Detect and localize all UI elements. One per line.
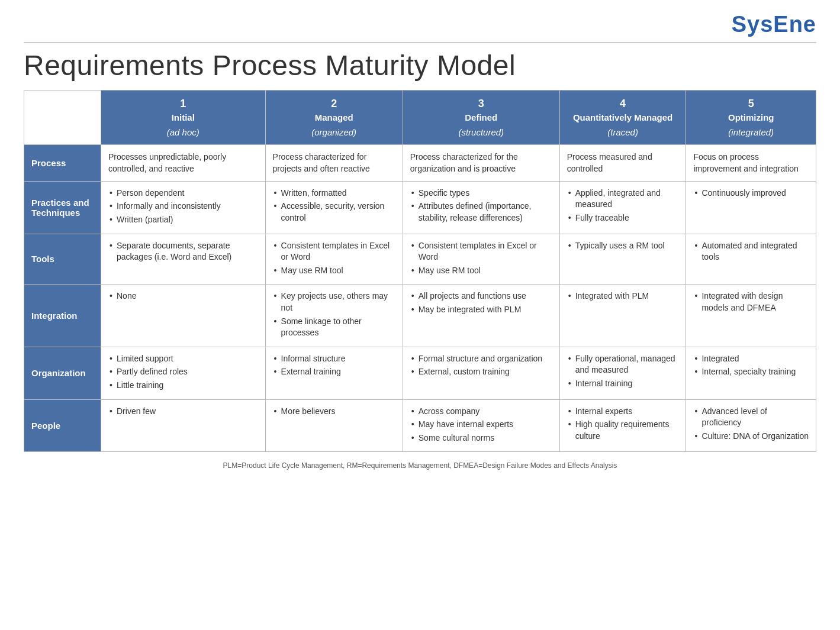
row-header-process: Process bbox=[24, 145, 101, 182]
col-header-2: 2 Managed (organized) bbox=[265, 91, 403, 145]
cell-r1-c0: Person dependentInformally and inconsist… bbox=[101, 181, 266, 234]
row-header-tools: Tools bbox=[24, 234, 101, 285]
cell-r2-c2: Consistent templates in Excel or WordMay… bbox=[403, 234, 559, 285]
footer-note: PLM=Product Life Cycle Management, RM=Re… bbox=[24, 459, 816, 470]
cell-r3-c0: None bbox=[101, 285, 266, 347]
page-title: Requirements Process Maturity Model bbox=[24, 49, 816, 82]
col-header-5: 5 Optimizing (integrated) bbox=[686, 91, 816, 145]
cell-r1-c3: Applied, integrated and measuredFully tr… bbox=[559, 181, 686, 234]
row-header-integration: Integration bbox=[24, 285, 101, 347]
cell-r0-c1: Process characterized for projects and o… bbox=[265, 145, 403, 182]
cell-r4-c2: Formal structure and organizationExterna… bbox=[403, 347, 559, 399]
cell-r0-c0: Processes unpredictable, poorly controll… bbox=[101, 145, 266, 182]
col-header-3: 3 Defined (structured) bbox=[403, 91, 559, 145]
cell-r4-c4: IntegratedInternal, specialty training bbox=[686, 347, 816, 399]
cell-r3-c3: Integrated with PLM bbox=[559, 285, 686, 347]
cell-r5-c4: Advanced level of proficiencyCulture: DN… bbox=[686, 399, 816, 452]
logo-plain: Sys bbox=[732, 12, 774, 37]
cell-r2-c4: Automated and integrated tools bbox=[686, 234, 816, 285]
logo: SysEne bbox=[732, 12, 816, 37]
logo-bold: Ene bbox=[773, 12, 816, 37]
cell-r2-c3: Typically uses a RM tool bbox=[559, 234, 686, 285]
header: SysEne bbox=[24, 12, 816, 43]
col-header-4: 4 Quantitatively Managed (traced) bbox=[559, 91, 686, 145]
cell-r0-c4: Focus on process improvement and integra… bbox=[686, 145, 816, 182]
cell-r1-c4: Continuously improved bbox=[686, 181, 816, 234]
page: SysEne Requirements Process Maturity Mod… bbox=[0, 0, 840, 630]
corner-cell bbox=[24, 91, 101, 145]
col-header-1: 1 Initial (ad hoc) bbox=[101, 91, 266, 145]
cell-r1-c1: Written, formattedAccessible, security, … bbox=[265, 181, 403, 234]
cell-r4-c0: Limited supportPartly defined rolesLittl… bbox=[101, 347, 266, 399]
cell-r5-c2: Across companyMay have internal expertsS… bbox=[403, 399, 559, 452]
maturity-table: 1 Initial (ad hoc) 2 Managed (organized)… bbox=[24, 90, 816, 452]
row-header-organization: Organization bbox=[24, 347, 101, 399]
cell-r5-c0: Driven few bbox=[101, 399, 266, 452]
cell-r4-c3: Fully operational, managed and measuredI… bbox=[559, 347, 686, 399]
cell-r0-c3: Process measured and controlled bbox=[559, 145, 686, 182]
cell-r5-c1: More believers bbox=[265, 399, 403, 452]
cell-r3-c2: All projects and functions useMay be int… bbox=[403, 285, 559, 347]
row-header-practices-and-techniques: Practices and Techniques bbox=[24, 181, 101, 234]
cell-r3-c1: Key projects use, others may notSome lin… bbox=[265, 285, 403, 347]
cell-r2-c1: Consistent templates in Excel or WordMay… bbox=[265, 234, 403, 285]
cell-r0-c2: Process characterized for the organizati… bbox=[403, 145, 559, 182]
cell-r2-c0: Separate documents, separate packages (i… bbox=[101, 234, 266, 285]
cell-r5-c3: Internal expertsHigh quality requirement… bbox=[559, 399, 686, 452]
cell-r1-c2: Specific typesAttributes defined (import… bbox=[403, 181, 559, 234]
cell-r4-c1: Informal structureExternal training bbox=[265, 347, 403, 399]
row-header-people: People bbox=[24, 399, 101, 452]
cell-r3-c4: Integrated with design models and DFMEA bbox=[686, 285, 816, 347]
